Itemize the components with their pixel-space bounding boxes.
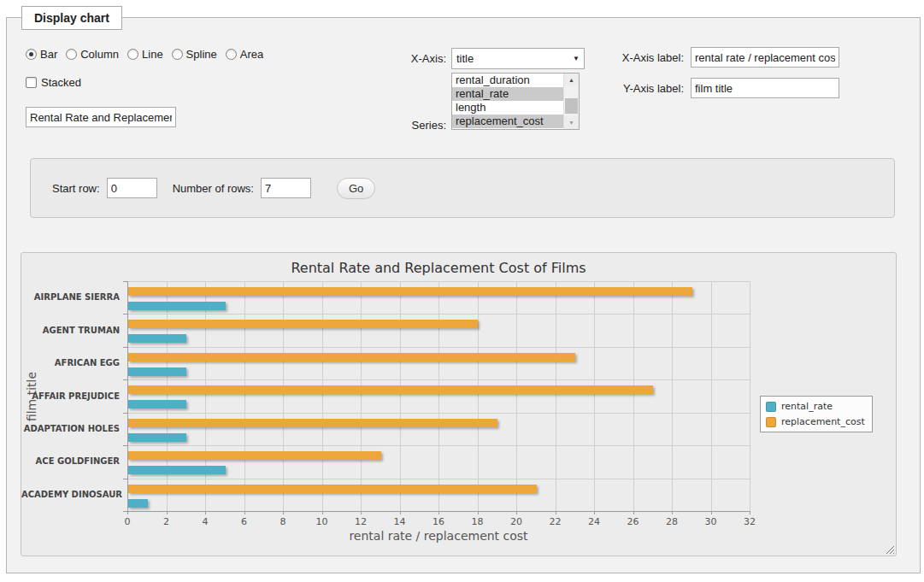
x-tick-label: 30 bbox=[697, 516, 726, 527]
gridline bbox=[127, 314, 750, 315]
series-select-label: Series: bbox=[385, 119, 446, 132]
series-option-replacement_cost[interactable]: replacement_cost bbox=[452, 115, 564, 128]
x-axis-title: rental rate / replacement cost bbox=[127, 529, 750, 543]
x-tick-label: 18 bbox=[463, 516, 492, 527]
stacked-checkbox-row: Stacked bbox=[26, 75, 81, 89]
category-label: AFRICAN EGG bbox=[21, 358, 120, 367]
gridline bbox=[438, 281, 439, 511]
num-rows-label: Number of rows: bbox=[173, 182, 254, 195]
gridline bbox=[127, 347, 750, 348]
radio-button-icon[interactable] bbox=[66, 49, 77, 60]
radio-label: Line bbox=[142, 48, 163, 61]
bar-replacement_cost[interactable] bbox=[128, 419, 497, 427]
series-options: rental_durationrental_ratelengthreplacem… bbox=[452, 73, 564, 129]
radio-button-icon[interactable] bbox=[226, 49, 237, 60]
x-tick-label: 6 bbox=[230, 516, 259, 527]
legend-label: rental_rate bbox=[781, 401, 833, 412]
bar-replacement_cost[interactable] bbox=[128, 385, 653, 394]
num-rows-input[interactable] bbox=[261, 178, 311, 198]
radio-line[interactable]: Line bbox=[127, 48, 163, 61]
y-axis-label-input[interactable] bbox=[691, 78, 839, 98]
x-tick-label: 4 bbox=[191, 516, 220, 527]
row-range-panel: Start row: Number of rows: Go bbox=[30, 158, 895, 218]
x-axis-select[interactable]: title ▼ bbox=[451, 48, 585, 69]
bar-replacement_cost[interactable] bbox=[128, 287, 692, 296]
radio-label: Bar bbox=[40, 48, 57, 61]
resize-grip[interactable] bbox=[884, 544, 894, 554]
category-label: AFFAIR PREJUDICE bbox=[21, 391, 120, 401]
gridline bbox=[127, 479, 750, 479]
radio-label: Spline bbox=[186, 48, 217, 61]
series-listbox[interactable]: rental_durationrental_ratelengthreplacem… bbox=[451, 73, 580, 130]
x-tick-label: 0 bbox=[113, 516, 142, 527]
x-tick-label: 20 bbox=[502, 516, 531, 527]
radio-button-icon[interactable] bbox=[127, 49, 138, 60]
series-option-rental_rate[interactable]: rental_rate bbox=[452, 87, 564, 101]
dropdown-arrow-icon: ▼ bbox=[568, 55, 584, 62]
radio-column[interactable]: Column bbox=[66, 48, 119, 61]
radio-area[interactable]: Area bbox=[226, 48, 263, 61]
series-option-length[interactable]: length bbox=[452, 101, 564, 115]
gridline bbox=[205, 281, 206, 511]
radio-bar[interactable]: Bar bbox=[26, 48, 57, 61]
gridline bbox=[750, 281, 750, 511]
bar-rental_rate[interactable] bbox=[128, 433, 186, 442]
gridline bbox=[594, 281, 595, 511]
radio-button-icon[interactable] bbox=[172, 49, 183, 60]
start-row-label: Start row: bbox=[52, 182, 100, 195]
gridline bbox=[633, 281, 634, 511]
category-label: AIRPLANE SIERRA bbox=[21, 292, 120, 302]
x-axis-label-caption: X-Axis label: bbox=[609, 51, 684, 64]
bar-rental_rate[interactable] bbox=[128, 367, 186, 376]
gridline bbox=[516, 281, 517, 511]
chart-panel: Rental Rate and Replacement Cost of Film… bbox=[21, 252, 897, 556]
gridline bbox=[400, 281, 401, 511]
x-tick-label: 28 bbox=[657, 516, 686, 527]
category-label: AGENT TRUMAN bbox=[21, 326, 120, 335]
bar-replacement_cost[interactable] bbox=[128, 451, 381, 460]
chart-title-input[interactable] bbox=[26, 107, 176, 127]
bar-replacement_cost[interactable] bbox=[128, 353, 575, 362]
x-axis-label-input[interactable] bbox=[691, 47, 839, 68]
legend-label: replacement_cost bbox=[781, 416, 865, 427]
chart-legend: rental_ratereplacement_cost bbox=[760, 396, 873, 432]
scroll-down-icon[interactable]: ▼ bbox=[564, 116, 579, 129]
bar-rental_rate[interactable] bbox=[128, 302, 226, 310]
scrollbar-thumb[interactable] bbox=[565, 98, 578, 114]
bar-rental_rate[interactable] bbox=[128, 334, 186, 343]
gridline bbox=[556, 281, 556, 511]
gridline bbox=[283, 281, 284, 511]
gridline bbox=[478, 281, 479, 511]
bar-replacement_cost[interactable] bbox=[128, 320, 478, 328]
series-option-rental_duration[interactable]: rental_duration bbox=[452, 73, 564, 87]
gridline bbox=[711, 281, 712, 511]
x-axis-selected-value: title bbox=[452, 52, 568, 65]
scroll-up-icon[interactable]: ▲ bbox=[564, 73, 579, 86]
legend-item-rental_rate[interactable]: rental_rate bbox=[766, 401, 865, 412]
x-axis-tick bbox=[750, 511, 750, 514]
radio-spline[interactable]: Spline bbox=[172, 48, 217, 61]
x-tick-label: 24 bbox=[580, 516, 609, 527]
category-label: ACE GOLDFINGER bbox=[21, 456, 120, 466]
radio-button-icon[interactable] bbox=[26, 49, 37, 60]
radio-label: Area bbox=[240, 48, 263, 61]
legend-item-replacement_cost[interactable]: replacement_cost bbox=[766, 416, 865, 427]
radio-label: Column bbox=[80, 48, 119, 61]
chart-type-radio-group: BarColumnLineSplineArea bbox=[26, 47, 263, 61]
gridline bbox=[127, 281, 750, 282]
fieldset-legend: Display chart bbox=[21, 6, 122, 30]
x-tick-label: 8 bbox=[268, 516, 297, 527]
go-button[interactable]: Go bbox=[337, 178, 375, 199]
bar-rental_rate[interactable] bbox=[128, 466, 226, 474]
gridline bbox=[361, 281, 362, 511]
bar-rental_rate[interactable] bbox=[128, 400, 186, 409]
bar-rental_rate[interactable] bbox=[128, 499, 148, 508]
x-axis-select-label: X-Axis: bbox=[385, 52, 446, 65]
stacked-checkbox[interactable] bbox=[26, 77, 37, 88]
bar-replacement_cost[interactable] bbox=[128, 485, 537, 493]
stacked-label: Stacked bbox=[41, 76, 81, 89]
start-row-input[interactable] bbox=[107, 178, 157, 198]
listbox-scrollbar[interactable]: ▲ ▼ bbox=[563, 73, 579, 129]
x-axis-line bbox=[127, 511, 750, 512]
x-tick-label: 22 bbox=[541, 516, 570, 527]
